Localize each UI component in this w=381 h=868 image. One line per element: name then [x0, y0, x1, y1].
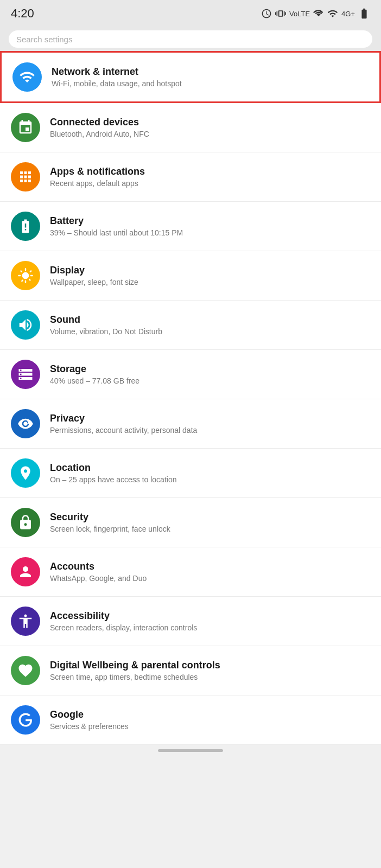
setting-text-display: Display Wallpaper, sleep, font size — [50, 265, 138, 286]
setting-text-location: Location On – 25 apps have access to loc… — [50, 462, 176, 484]
storage-icon-wrap — [11, 360, 40, 389]
status-icons: VoLTE 4G+ — [261, 8, 370, 20]
setting-title-display: Display — [50, 265, 138, 276]
setting-item-privacy[interactable]: Privacy Permissions, account activity, p… — [0, 399, 381, 449]
setting-subtitle-wellbeing: Screen time, app timers, bedtime schedul… — [50, 673, 220, 681]
setting-title-network: Network & internet — [52, 66, 182, 78]
display-icon-wrap — [11, 261, 40, 290]
setting-text-privacy: Privacy Permissions, account activity, p… — [50, 413, 197, 435]
setting-text-battery: Battery 39% – Should last until about 10… — [50, 215, 183, 237]
setting-text-security: Security Screen lock, fingerprint, face … — [50, 512, 170, 533]
setting-text-apps: Apps & notifications Recent apps, defaul… — [50, 166, 145, 188]
setting-text-google: Google Services & preferences — [50, 709, 129, 731]
setting-title-privacy: Privacy — [50, 413, 197, 424]
setting-item-connected-devices[interactable]: Connected devices Bluetooth, Android Aut… — [0, 103, 381, 152]
setting-item-network[interactable]: Network & internet Wi-Fi, mobile, data u… — [0, 51, 381, 103]
volte-icon: VoLTE — [289, 10, 310, 18]
setting-title-apps: Apps & notifications — [50, 166, 145, 177]
setting-subtitle-connected-devices: Bluetooth, Android Auto, NFC — [50, 130, 149, 138]
setting-title-wellbeing: Digital Wellbeing & parental controls — [50, 660, 220, 671]
search-placeholder: Search settings — [16, 35, 72, 44]
setting-title-storage: Storage — [50, 363, 139, 375]
setting-item-display[interactable]: Display Wallpaper, sleep, font size — [0, 251, 381, 301]
setting-item-accessibility[interactable]: Accessibility Screen readers, display, i… — [0, 597, 381, 646]
settings-list: Network & internet Wi-Fi, mobile, data u… — [0, 51, 381, 745]
wifi-icon-wrap — [12, 62, 42, 92]
setting-subtitle-google: Services & preferences — [50, 722, 129, 731]
setting-text-storage: Storage 40% used – 77.08 GB free — [50, 363, 139, 385]
setting-text-accounts: Accounts WhatsApp, Google, and Duo — [50, 561, 147, 583]
scroll-indicator — [0, 745, 381, 754]
status-time: 4:20 — [11, 7, 34, 21]
setting-subtitle-storage: 40% used – 77.08 GB free — [50, 376, 139, 385]
setting-item-accounts[interactable]: Accounts WhatsApp, Google, and Duo — [0, 547, 381, 597]
setting-item-battery[interactable]: Battery 39% – Should last until about 10… — [0, 202, 381, 251]
setting-title-google: Google — [50, 709, 129, 720]
setting-item-storage[interactable]: Storage 40% used – 77.08 GB free — [0, 350, 381, 399]
setting-item-apps[interactable]: Apps & notifications Recent apps, defaul… — [0, 152, 381, 202]
setting-subtitle-security: Screen lock, fingerprint, face unlock — [50, 525, 170, 533]
setting-subtitle-location: On – 25 apps have access to location — [50, 475, 176, 484]
location-icon-wrap — [11, 458, 40, 488]
setting-subtitle-display: Wallpaper, sleep, font size — [50, 278, 138, 286]
scroll-bar — [158, 749, 223, 752]
search-bar[interactable]: Search settings — [0, 27, 381, 51]
battery-icon-wrap — [11, 212, 40, 241]
setting-item-location[interactable]: Location On – 25 apps have access to loc… — [0, 449, 381, 498]
apps-icon-wrap — [11, 162, 40, 192]
setting-title-security: Security — [50, 512, 170, 523]
vibrate-icon — [275, 8, 286, 19]
battery-icon — [358, 8, 370, 20]
setting-text-network: Network & internet Wi-Fi, mobile, data u… — [52, 66, 182, 88]
setting-subtitle-battery: 39% – Should last until about 10:15 PM — [50, 228, 183, 237]
setting-title-accessibility: Accessibility — [50, 610, 197, 622]
sound-icon-wrap — [11, 310, 40, 340]
connected-icon-wrap — [11, 113, 40, 142]
setting-text-wellbeing: Digital Wellbeing & parental controls Sc… — [50, 660, 220, 681]
alarm-icon — [261, 8, 272, 19]
setting-title-battery: Battery — [50, 215, 183, 227]
setting-text-connected-devices: Connected devices Bluetooth, Android Aut… — [50, 117, 149, 138]
setting-item-google[interactable]: Google Services & preferences — [0, 695, 381, 745]
setting-item-wellbeing[interactable]: Digital Wellbeing & parental controls Sc… — [0, 646, 381, 695]
hotspot-icon — [313, 8, 324, 19]
wellbeing-icon-wrap — [11, 656, 40, 685]
setting-item-security[interactable]: Security Screen lock, fingerprint, face … — [0, 498, 381, 547]
setting-subtitle-accessibility: Screen readers, display, interaction con… — [50, 623, 197, 632]
setting-subtitle-network: Wi-Fi, mobile, data usage, and hotspot — [52, 79, 182, 88]
google-icon-wrap — [11, 705, 40, 735]
search-bar-inner[interactable]: Search settings — [9, 30, 372, 48]
status-bar: 4:20 VoLTE 4G+ — [0, 0, 381, 27]
setting-title-connected-devices: Connected devices — [50, 117, 149, 128]
setting-subtitle-accounts: WhatsApp, Google, and Duo — [50, 574, 147, 583]
setting-text-sound: Sound Volume, vibration, Do Not Disturb — [50, 314, 162, 336]
setting-item-sound[interactable]: Sound Volume, vibration, Do Not Disturb — [0, 301, 381, 350]
accounts-icon-wrap — [11, 557, 40, 586]
security-icon-wrap — [11, 508, 40, 537]
privacy-icon-wrap — [11, 409, 40, 438]
signal-icon — [327, 8, 338, 19]
setting-subtitle-privacy: Permissions, account activity, personal … — [50, 426, 197, 435]
4g-icon: 4G+ — [341, 10, 355, 18]
setting-subtitle-apps: Recent apps, default apps — [50, 179, 145, 188]
accessibility-icon-wrap — [11, 607, 40, 636]
setting-subtitle-sound: Volume, vibration, Do Not Disturb — [50, 327, 162, 336]
setting-title-accounts: Accounts — [50, 561, 147, 572]
setting-title-sound: Sound — [50, 314, 162, 326]
setting-text-accessibility: Accessibility Screen readers, display, i… — [50, 610, 197, 632]
setting-title-location: Location — [50, 462, 176, 474]
